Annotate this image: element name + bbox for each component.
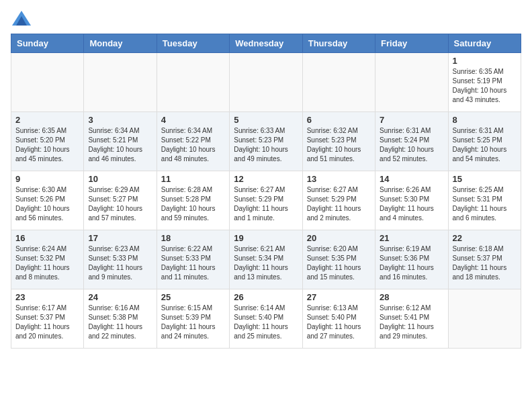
day-number: 8 <box>453 115 517 125</box>
day-info: Sunrise: 6:35 AM Sunset: 5:20 PM Dayligh… <box>15 126 79 164</box>
day-number: 19 <box>234 233 298 243</box>
week-row-5: 23Sunrise: 6:17 AM Sunset: 5:37 PM Dayli… <box>11 289 521 349</box>
day-info: Sunrise: 6:25 AM Sunset: 5:31 PM Dayligh… <box>453 185 517 223</box>
week-row-3: 9Sunrise: 6:30 AM Sunset: 5:26 PM Daylig… <box>11 171 521 230</box>
day-cell-21: 21Sunrise: 6:19 AM Sunset: 5:36 PM Dayli… <box>375 230 448 289</box>
day-cell-17: 17Sunrise: 6:23 AM Sunset: 5:33 PM Dayli… <box>84 230 157 289</box>
day-info: Sunrise: 6:22 AM Sunset: 5:33 PM Dayligh… <box>161 244 225 282</box>
day-number: 18 <box>161 233 225 243</box>
day-cell-14: 14Sunrise: 6:26 AM Sunset: 5:30 PM Dayli… <box>375 171 448 230</box>
day-cell-25: 25Sunrise: 6:15 AM Sunset: 5:39 PM Dayli… <box>157 289 229 349</box>
empty-cell <box>375 53 448 112</box>
day-cell-19: 19Sunrise: 6:21 AM Sunset: 5:34 PM Dayli… <box>230 230 302 289</box>
day-cell-8: 8Sunrise: 6:31 AM Sunset: 5:25 PM Daylig… <box>448 112 521 171</box>
day-number: 13 <box>307 174 371 184</box>
day-cell-5: 5Sunrise: 6:33 AM Sunset: 5:23 PM Daylig… <box>230 112 302 171</box>
empty-cell <box>157 53 229 112</box>
day-number: 20 <box>307 233 371 243</box>
day-number: 6 <box>307 115 371 125</box>
day-number: 2 <box>15 115 79 125</box>
day-number: 7 <box>380 115 443 125</box>
weekday-header-row: SundayMondayTuesdayWednesdayThursdayFrid… <box>11 34 521 53</box>
day-cell-18: 18Sunrise: 6:22 AM Sunset: 5:33 PM Dayli… <box>157 230 229 289</box>
day-number: 1 <box>453 56 517 66</box>
day-number: 10 <box>88 174 152 184</box>
day-info: Sunrise: 6:26 AM Sunset: 5:30 PM Dayligh… <box>380 185 443 223</box>
day-number: 16 <box>15 233 79 243</box>
day-info: Sunrise: 6:24 AM Sunset: 5:32 PM Dayligh… <box>15 244 79 282</box>
day-cell-7: 7Sunrise: 6:31 AM Sunset: 5:24 PM Daylig… <box>375 112 448 171</box>
day-cell-12: 12Sunrise: 6:27 AM Sunset: 5:29 PM Dayli… <box>230 171 302 230</box>
day-number: 23 <box>15 292 79 302</box>
day-cell-6: 6Sunrise: 6:32 AM Sunset: 5:23 PM Daylig… <box>302 112 375 171</box>
empty-cell <box>11 53 84 112</box>
day-info: Sunrise: 6:12 AM Sunset: 5:41 PM Dayligh… <box>380 304 443 341</box>
day-cell-27: 27Sunrise: 6:13 AM Sunset: 5:40 PM Dayli… <box>302 289 375 349</box>
day-number: 21 <box>380 233 443 243</box>
weekday-header-saturday: Saturday <box>448 34 521 53</box>
day-number: 5 <box>234 115 298 125</box>
day-number: 25 <box>161 292 225 302</box>
weekday-header-thursday: Thursday <box>302 34 375 53</box>
day-info: Sunrise: 6:30 AM Sunset: 5:26 PM Dayligh… <box>15 185 79 223</box>
day-cell-24: 24Sunrise: 6:16 AM Sunset: 5:38 PM Dayli… <box>84 289 157 349</box>
week-row-1: 1Sunrise: 6:35 AM Sunset: 5:19 PM Daylig… <box>11 53 521 112</box>
day-info: Sunrise: 6:14 AM Sunset: 5:40 PM Dayligh… <box>234 304 298 341</box>
day-info: Sunrise: 6:27 AM Sunset: 5:29 PM Dayligh… <box>234 185 298 223</box>
day-cell-4: 4Sunrise: 6:34 AM Sunset: 5:22 PM Daylig… <box>157 112 229 171</box>
day-info: Sunrise: 6:19 AM Sunset: 5:36 PM Dayligh… <box>380 244 443 282</box>
day-info: Sunrise: 6:34 AM Sunset: 5:21 PM Dayligh… <box>88 126 152 164</box>
day-number: 26 <box>234 292 298 302</box>
day-number: 17 <box>88 233 152 243</box>
day-info: Sunrise: 6:20 AM Sunset: 5:35 PM Dayligh… <box>307 244 371 282</box>
day-number: 12 <box>234 174 298 184</box>
day-cell-3: 3Sunrise: 6:34 AM Sunset: 5:21 PM Daylig… <box>84 112 157 171</box>
page-header <box>11 11 521 26</box>
empty-cell <box>302 53 375 112</box>
weekday-header-tuesday: Tuesday <box>157 34 229 53</box>
day-cell-2: 2Sunrise: 6:35 AM Sunset: 5:20 PM Daylig… <box>11 112 84 171</box>
day-info: Sunrise: 6:15 AM Sunset: 5:39 PM Dayligh… <box>161 304 225 341</box>
day-info: Sunrise: 6:16 AM Sunset: 5:38 PM Dayligh… <box>88 304 152 341</box>
day-number: 15 <box>453 174 517 184</box>
day-info: Sunrise: 6:13 AM Sunset: 5:40 PM Dayligh… <box>307 304 371 341</box>
day-info: Sunrise: 6:17 AM Sunset: 5:37 PM Dayligh… <box>15 304 79 341</box>
day-cell-1: 1Sunrise: 6:35 AM Sunset: 5:19 PM Daylig… <box>448 53 521 112</box>
day-cell-22: 22Sunrise: 6:18 AM Sunset: 5:37 PM Dayli… <box>448 230 521 289</box>
week-row-4: 16Sunrise: 6:24 AM Sunset: 5:32 PM Dayli… <box>11 230 521 289</box>
day-info: Sunrise: 6:21 AM Sunset: 5:34 PM Dayligh… <box>234 244 298 282</box>
empty-cell <box>84 53 157 112</box>
day-info: Sunrise: 6:32 AM Sunset: 5:23 PM Dayligh… <box>307 126 371 164</box>
day-number: 9 <box>15 174 79 184</box>
day-info: Sunrise: 6:29 AM Sunset: 5:27 PM Dayligh… <box>88 185 152 223</box>
week-row-2: 2Sunrise: 6:35 AM Sunset: 5:20 PM Daylig… <box>11 112 521 171</box>
day-number: 3 <box>88 115 152 125</box>
day-cell-15: 15Sunrise: 6:25 AM Sunset: 5:31 PM Dayli… <box>448 171 521 230</box>
logo-icon <box>12 11 31 26</box>
day-cell-23: 23Sunrise: 6:17 AM Sunset: 5:37 PM Dayli… <box>11 289 84 349</box>
empty-cell <box>448 289 521 349</box>
day-number: 14 <box>380 174 443 184</box>
day-number: 11 <box>161 174 225 184</box>
weekday-header-friday: Friday <box>375 34 448 53</box>
day-info: Sunrise: 6:28 AM Sunset: 5:28 PM Dayligh… <box>161 185 225 223</box>
day-info: Sunrise: 6:34 AM Sunset: 5:22 PM Dayligh… <box>161 126 225 164</box>
day-info: Sunrise: 6:31 AM Sunset: 5:25 PM Dayligh… <box>453 126 517 164</box>
day-info: Sunrise: 6:33 AM Sunset: 5:23 PM Dayligh… <box>234 126 298 164</box>
day-info: Sunrise: 6:27 AM Sunset: 5:29 PM Dayligh… <box>307 185 371 223</box>
day-cell-11: 11Sunrise: 6:28 AM Sunset: 5:28 PM Dayli… <box>157 171 229 230</box>
day-number: 27 <box>307 292 371 302</box>
day-number: 22 <box>453 233 517 243</box>
day-cell-13: 13Sunrise: 6:27 AM Sunset: 5:29 PM Dayli… <box>302 171 375 230</box>
weekday-header-wednesday: Wednesday <box>230 34 302 53</box>
day-cell-28: 28Sunrise: 6:12 AM Sunset: 5:41 PM Dayli… <box>375 289 448 349</box>
empty-cell <box>230 53 302 112</box>
day-cell-16: 16Sunrise: 6:24 AM Sunset: 5:32 PM Dayli… <box>11 230 84 289</box>
day-cell-9: 9Sunrise: 6:30 AM Sunset: 5:26 PM Daylig… <box>11 171 84 230</box>
day-info: Sunrise: 6:35 AM Sunset: 5:19 PM Dayligh… <box>453 67 517 105</box>
day-info: Sunrise: 6:31 AM Sunset: 5:24 PM Dayligh… <box>380 126 443 164</box>
weekday-header-monday: Monday <box>84 34 157 53</box>
day-number: 24 <box>88 292 152 302</box>
logo <box>11 11 31 26</box>
day-cell-26: 26Sunrise: 6:14 AM Sunset: 5:40 PM Dayli… <box>230 289 302 349</box>
